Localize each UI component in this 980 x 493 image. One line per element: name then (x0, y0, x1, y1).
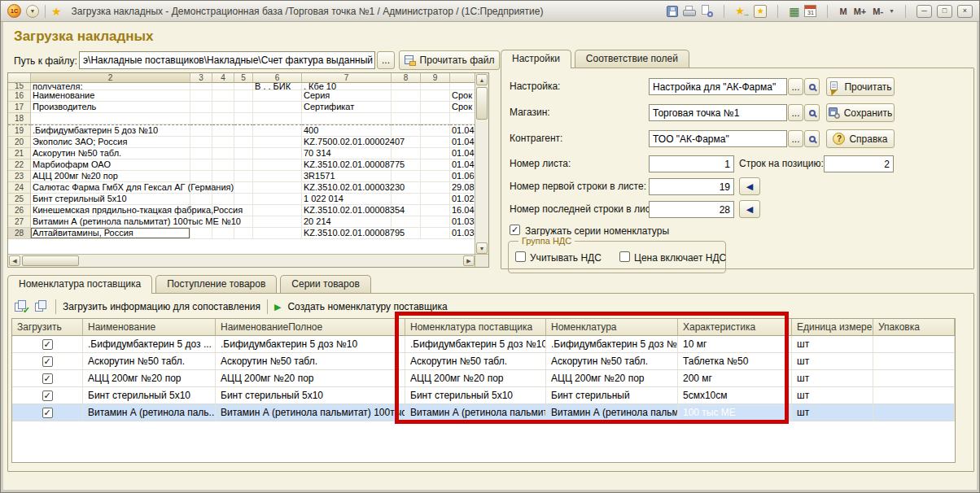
sheet-row-header[interactable]: 18 (8, 113, 31, 124)
sheet-cell[interactable] (421, 228, 450, 239)
tab-settings-1[interactable]: Настройки (501, 50, 571, 68)
setting-input[interactable]: Настройка для "АК-Фарма" (649, 78, 787, 95)
sheet-cell[interactable]: 70 314 (302, 148, 392, 159)
item-cell[interactable]: АЦЦ 200мг №20 пор (546, 370, 678, 387)
match-column-header[interactable]: Наименование (83, 319, 216, 336)
sheet-cell[interactable] (31, 113, 190, 124)
sheet-cell[interactable]: Кинешемская прядильно-ткацкая фабрика,Ро… (31, 205, 190, 216)
sheet-row-header[interactable]: 28 (8, 228, 31, 239)
first-row-pick-button[interactable]: ◀ (739, 177, 760, 195)
setting-browse-button[interactable]: ... (788, 78, 803, 95)
name-cell[interactable]: АЦЦ 200мг №20 пор (83, 370, 216, 387)
characteristic-cell[interactable]: 5смх10см (678, 387, 792, 404)
clear-all-flags-icon[interactable] (35, 300, 49, 313)
tab-bottom-3[interactable]: Серии товаров (280, 275, 370, 293)
sheet-cell[interactable]: Серия (302, 90, 392, 102)
full-name-cell[interactable]: Бинт стерильный 5х10 (216, 387, 405, 404)
last-row-pick-button[interactable]: ◀ (739, 200, 760, 218)
sheet-cell[interactable] (253, 182, 302, 194)
unit-cell[interactable]: шт (792, 353, 873, 370)
scroll-right-icon[interactable]: ▶ (463, 255, 475, 266)
supplier-item-cell[interactable]: Витамин А (ретинола пальмитат)... (405, 404, 546, 421)
row-checkbox[interactable]: ✓ (42, 373, 53, 384)
row-checkbox[interactable]: ✓ (42, 356, 53, 367)
sheet-cell[interactable]: Производитель (31, 102, 190, 113)
unit-cell[interactable]: шт (792, 336, 873, 353)
sheet-cell[interactable] (421, 159, 450, 171)
sheet-cell[interactable] (392, 216, 421, 228)
sheet-cell[interactable] (392, 102, 421, 113)
sheet-cell[interactable] (421, 90, 450, 102)
characteristic-cell[interactable]: 200 мг (678, 370, 792, 387)
toolbar-overflow-icon[interactable]: ▼ (889, 8, 895, 14)
load-flag-cell[interactable]: ✓ (12, 370, 83, 387)
sheet-cell[interactable] (234, 83, 253, 90)
supplier-item-cell[interactable]: Аскорутин №50 табл. (405, 353, 546, 370)
file-browse-button[interactable]: ... (377, 51, 395, 69)
supplier-item-cell[interactable]: .Бифидумбактерин 5 доз №10 (405, 336, 546, 353)
characteristic-cell[interactable]: 100 тыс МЕ (678, 404, 792, 421)
full-name-cell[interactable]: Аскорутин №50 табл. (216, 353, 405, 370)
sheet-cell[interactable]: Аскорутин №50 табл. (31, 148, 190, 159)
tab-bottom-2[interactable]: Поступление товаров (155, 275, 277, 293)
store-search-button[interactable] (804, 104, 820, 121)
table-row[interactable]: ✓АЦЦ 200мг №20 порАЦЦ 200мг №20 порАЦЦ 2… (12, 370, 955, 387)
contractor-input[interactable]: ТОО "АК-Фарма" (649, 130, 787, 147)
sheet-row-header[interactable]: 22 (8, 159, 31, 171)
horizontal-scrollbar[interactable]: ◀ ▶ (8, 254, 475, 267)
sheet-cell[interactable] (234, 228, 253, 239)
row-checkbox[interactable]: ✓ (42, 390, 53, 401)
sheet-cell[interactable] (253, 90, 302, 102)
add-to-favorites-icon[interactable]: ★→ (735, 5, 749, 17)
match-column-header[interactable]: Номенклатура поставщика (405, 319, 546, 336)
full-name-cell[interactable]: Витамин А (ретинола пальмитат) 100тыс М.… (216, 404, 405, 421)
sheet-cell[interactable]: Экополис ЗАО; Россия (31, 137, 190, 148)
package-cell[interactable] (873, 370, 955, 387)
load-series-checkbox[interactable]: ✓ (510, 225, 520, 235)
read-file-button[interactable]: Прочитать файл (399, 50, 500, 70)
close-button[interactable]: × (957, 5, 973, 18)
sheet-cell[interactable] (253, 159, 302, 171)
sheet-cell[interactable]: 01.02 (450, 194, 475, 205)
rows-per-position-input[interactable]: 2 (824, 155, 894, 172)
favorites-star-icon[interactable]: ★ (51, 6, 62, 17)
sheet-column-header[interactable]: 5 (234, 73, 253, 83)
characteristic-cell[interactable]: 10 мг (678, 336, 792, 353)
last-row-input[interactable]: 28 (649, 201, 734, 218)
sheet-cell[interactable] (234, 137, 253, 148)
sheet-cell[interactable] (212, 90, 234, 102)
memory-minus-button[interactable]: М- (872, 7, 884, 16)
item-cell[interactable]: Витамин А (ретинола пальмит... (546, 404, 678, 421)
sheet-cell[interactable] (253, 194, 302, 205)
sheet-row-header[interactable]: 24 (8, 182, 31, 194)
favorites-list-icon[interactable]: ★ (754, 5, 767, 18)
sheet-cell[interactable] (190, 148, 212, 159)
scroll-up-icon[interactable]: ▲ (476, 74, 488, 85)
sheet-cell[interactable] (253, 205, 302, 216)
sheet-cell[interactable] (212, 194, 234, 205)
sheet-cell[interactable]: Сертификат (302, 102, 392, 113)
sheet-cell[interactable]: 1 022 014 (302, 194, 392, 205)
package-cell[interactable] (873, 353, 955, 370)
sheet-cell[interactable] (212, 102, 234, 113)
sheet-cell[interactable] (234, 171, 253, 182)
sheet-row-header[interactable]: 27 (8, 216, 31, 228)
sheet-cell[interactable] (392, 171, 421, 182)
item-cell[interactable]: .Бифидумбактерин 5 доз №10 (546, 336, 678, 353)
sheet-cell[interactable]: KZ.3510.02.01.00003230 (302, 182, 392, 194)
sheet-cell[interactable]: Срок (450, 90, 475, 102)
sheet-cell[interactable] (392, 124, 421, 137)
sheet-cell[interactable] (212, 159, 234, 171)
tab-bottom-1[interactable]: Номенклатура поставщика (7, 275, 152, 294)
sheet-cell[interactable] (253, 137, 302, 148)
sheet-cell[interactable] (421, 216, 450, 228)
sheet-cell[interactable]: 29.08 (450, 182, 475, 194)
sheet-cell[interactable]: 3R1571 (302, 171, 392, 182)
sheet-cell[interactable]: KZ.3510.02.01.00008775 (302, 159, 392, 171)
contractor-search-button[interactable] (804, 130, 820, 147)
sheet-cell[interactable]: KZ.3510.02.01.00008354 (302, 205, 392, 216)
name-cell[interactable]: .Бифидумбактерин 5 доз ... (83, 336, 216, 353)
unit-cell[interactable]: шт (792, 387, 873, 404)
sheet-cell[interactable] (190, 159, 212, 171)
sheet-cell[interactable]: получателя: (31, 83, 190, 90)
